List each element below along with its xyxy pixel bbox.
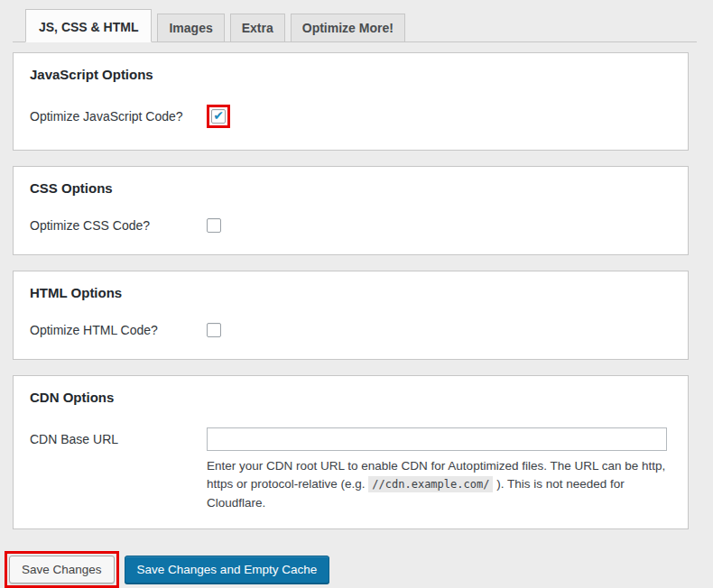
cdn-field-column: Enter your CDN root URL to enable CDN fo…: [207, 427, 678, 512]
cdn-help-code-example: //cdn.example.com/: [368, 476, 493, 492]
cdn-help-text: Enter your CDN root URL to enable CDN fo…: [207, 457, 678, 512]
tab-images[interactable]: Images: [157, 14, 224, 42]
form-row: CDN Base URL Enter your CDN root URL to …: [30, 427, 671, 528]
checkmark-icon: ✔: [213, 109, 224, 122]
save-changes-button[interactable]: Save Changes: [9, 556, 115, 584]
optimize-html-label: Optimize HTML Code?: [30, 323, 207, 337]
optimize-html-checkbox[interactable]: [207, 323, 221, 337]
section-html-options: HTML Options Optimize HTML Code?: [13, 271, 689, 360]
section-cdn-options: CDN Options CDN Base URL Enter your CDN …: [13, 375, 689, 529]
annotation-highlight-save-button: Save Changes: [5, 551, 119, 588]
cdn-base-url-input[interactable]: [207, 427, 667, 451]
section-javascript-options: JavaScript Options Optimize JavaScript C…: [13, 52, 689, 151]
settings-tab-bar: JS, CSS & HTML Images Extra Optimize Mor…: [13, 9, 697, 42]
cdn-base-url-label: CDN Base URL: [30, 427, 207, 446]
optimize-js-checkbox[interactable]: ✔: [211, 109, 226, 124]
optimize-js-label: Optimize JavaScript Code?: [30, 109, 207, 124]
tab-optimize-more[interactable]: Optimize More!: [291, 14, 405, 42]
form-row: Optimize JavaScript Code? ✔: [30, 105, 671, 150]
optimize-css-checkbox[interactable]: [207, 218, 221, 233]
section-title: CSS Options: [30, 180, 671, 196]
settings-page: JS, CSS & HTML Images Extra Optimize Mor…: [0, 0, 713, 588]
tab-extra[interactable]: Extra: [230, 14, 285, 42]
tab-js-css-html[interactable]: JS, CSS & HTML: [25, 9, 152, 42]
form-row: Optimize CSS Code?: [30, 218, 671, 254]
section-title: JavaScript Options: [30, 67, 671, 82]
form-row: Optimize HTML Code?: [30, 323, 671, 359]
save-changes-empty-cache-button[interactable]: Save Changes and Empty Cache: [125, 556, 330, 584]
section-css-options: CSS Options Optimize CSS Code?: [13, 166, 689, 255]
section-title: HTML Options: [30, 285, 671, 300]
annotation-highlight-checkbox: ✔: [207, 105, 230, 128]
optimize-css-label: Optimize CSS Code?: [30, 218, 207, 233]
section-title: CDN Options: [30, 390, 671, 405]
save-button-row: Save Changes Save Changes and Empty Cach…: [13, 551, 713, 588]
